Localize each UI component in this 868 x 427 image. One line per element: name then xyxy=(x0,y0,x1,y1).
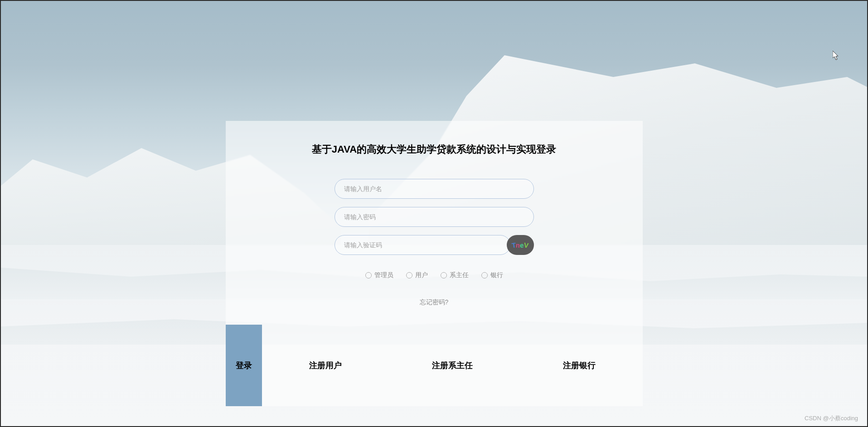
role-radio-bank[interactable]: 银行 xyxy=(481,271,503,279)
captcha-input[interactable] xyxy=(335,235,510,255)
role-label: 用户 xyxy=(415,271,428,279)
login-form: T n e V 管理员 用户 系主任 银行 xyxy=(226,179,643,307)
forgot-password-link[interactable]: 忘记密码? xyxy=(420,298,449,307)
role-radio-admin[interactable]: 管理员 xyxy=(365,271,393,279)
register-bank-button[interactable]: 注册银行 xyxy=(516,325,643,406)
page-title: 基于JAVA的高效大学生助学贷款系统的设计与实现登录 xyxy=(226,143,643,156)
action-buttons: 登录 注册用户 注册系主任 注册银行 xyxy=(226,325,643,406)
captcha-char: V xyxy=(524,241,529,249)
username-input[interactable] xyxy=(335,179,534,199)
login-panel: 基于JAVA的高效大学生助学贷款系统的设计与实现登录 T n e V 管理员 xyxy=(226,121,643,406)
password-wrapper xyxy=(335,207,534,227)
login-button[interactable]: 登录 xyxy=(226,325,262,406)
role-radio-user[interactable]: 用户 xyxy=(406,271,428,279)
role-selection: 管理员 用户 系主任 银行 xyxy=(365,271,503,279)
username-wrapper xyxy=(335,179,534,199)
role-radio-dean[interactable]: 系主任 xyxy=(441,271,469,279)
radio-icon xyxy=(365,272,372,278)
watermark: CSDN @小蔡coding xyxy=(805,414,858,422)
register-user-button[interactable]: 注册用户 xyxy=(262,325,389,406)
password-input[interactable] xyxy=(335,207,534,227)
captcha-row: T n e V xyxy=(335,235,534,255)
captcha-image[interactable]: T n e V xyxy=(507,235,534,255)
radio-icon xyxy=(481,272,488,278)
radio-icon xyxy=(406,272,412,278)
role-label: 管理员 xyxy=(374,271,393,279)
role-label: 系主任 xyxy=(450,271,469,279)
register-dean-button[interactable]: 注册系主任 xyxy=(389,325,516,406)
role-label: 银行 xyxy=(490,271,503,279)
radio-icon xyxy=(441,272,447,278)
